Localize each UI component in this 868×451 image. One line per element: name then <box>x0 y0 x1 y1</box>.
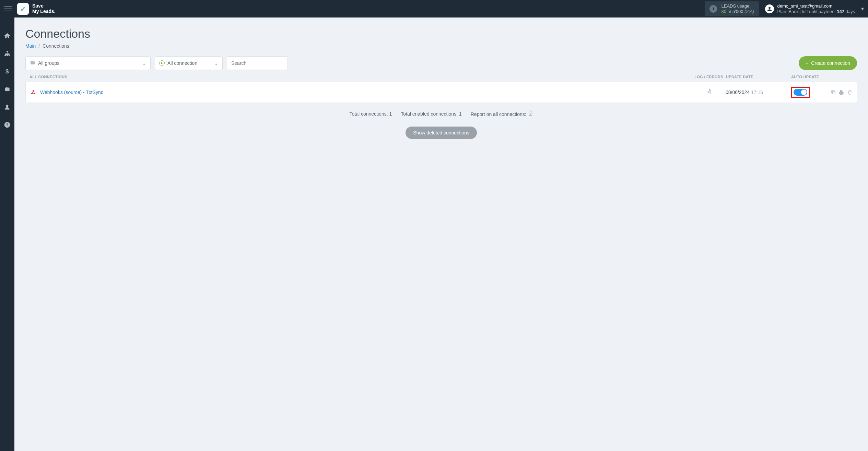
copy-icon[interactable] <box>831 90 836 95</box>
chevron-down-icon: ⌄ <box>142 60 146 66</box>
svg-point-9 <box>33 90 34 92</box>
search-input[interactable] <box>231 60 283 66</box>
home-icon[interactable] <box>3 31 12 40</box>
search-input-wrapper <box>227 56 288 70</box>
connection-status-dropdown[interactable]: All connection ⌄ <box>155 56 223 70</box>
summary-row: Total connections: 1 Total enabled conne… <box>25 110 857 117</box>
col-header-log: LOG / ERRORS <box>692 75 726 79</box>
brand-name: Save My Leads. <box>32 3 56 14</box>
svg-text:$: $ <box>5 68 9 75</box>
user-plan: Plan |Basic| left until payment 147 days <box>777 9 855 14</box>
leads-total: 5'000 <box>732 9 743 14</box>
leads-used: 80 <box>721 9 726 14</box>
svg-rect-0 <box>7 51 8 52</box>
user-email: demo_sml_test@gmail.com <box>777 3 855 9</box>
groups-dropdown[interactable]: All groups ⌄ <box>25 56 151 70</box>
webhook-icon <box>30 89 37 96</box>
enabled-connections-value: 1 <box>459 111 462 117</box>
chevron-down-icon: ⌄ <box>214 60 218 66</box>
user-avatar-icon <box>765 4 774 13</box>
svg-rect-11 <box>832 91 834 93</box>
info-icon: i <box>709 5 717 13</box>
update-date: 08/06/2024 17:16 <box>726 90 791 95</box>
sitemap-icon[interactable] <box>3 49 12 58</box>
connection-dropdown-label: All connection <box>167 60 197 66</box>
breadcrumb-current: Connections <box>43 43 69 49</box>
leads-usage-badge[interactable]: i LEADS usage: 80 of 5'000 (2%) <box>705 1 759 16</box>
svg-rect-10 <box>832 91 835 94</box>
col-header-date: UPDATE DATE <box>726 75 791 79</box>
user-icon[interactable] <box>3 103 12 111</box>
chevron-down-icon[interactable]: ▾ <box>861 5 864 12</box>
plus-icon: + <box>806 60 808 66</box>
table-header: ALL CONNECTIONS LOG / ERRORS UPDATE DATE… <box>25 75 857 82</box>
svg-rect-2 <box>7 55 8 56</box>
leads-of-word: of <box>728 9 731 14</box>
topbar: ✔ Save My Leads. i LEADS usage: 80 of 5'… <box>0 0 868 17</box>
total-connections-label: Total connections: <box>349 111 389 117</box>
col-header-name: ALL CONNECTIONS <box>30 75 692 79</box>
page-title: Connections <box>25 27 857 40</box>
leads-usage-label: LEADS usage: <box>721 3 754 9</box>
svg-rect-3 <box>9 55 10 56</box>
briefcase-icon[interactable] <box>3 85 12 94</box>
main-content: Connections Main / Connections All group… <box>14 17 868 149</box>
groups-dropdown-label: All groups <box>38 60 59 66</box>
svg-rect-1 <box>5 55 6 56</box>
total-connections-value: 1 <box>389 111 392 117</box>
folder-icon <box>30 60 35 67</box>
breadcrumb-main-link[interactable]: Main <box>25 43 36 49</box>
highlight-annotation <box>791 87 810 98</box>
gear-icon[interactable] <box>839 90 844 95</box>
dollar-icon[interactable]: $ <box>3 67 12 76</box>
play-circle-icon <box>159 60 165 66</box>
table-row: Webhooks (source) - TxtSync 08/06/2024 1… <box>25 82 857 103</box>
breadcrumb: Main / Connections <box>25 43 857 49</box>
help-icon[interactable]: ? <box>3 120 12 129</box>
log-document-icon[interactable] <box>705 88 712 96</box>
filter-row: All groups ⌄ All connection ⌄ + Create c… <box>25 56 857 70</box>
create-connection-label: Create connection <box>811 60 850 66</box>
enabled-connections-label: Total enabled connections: <box>401 111 459 117</box>
auto-update-toggle[interactable] <box>794 89 807 96</box>
brand-line1: Save <box>32 3 56 9</box>
connection-name-link[interactable]: Webhooks (source) - TxtSync <box>40 90 103 95</box>
col-header-auto: AUTO UPDATE <box>791 75 825 79</box>
trash-icon[interactable] <box>847 90 853 95</box>
user-menu[interactable]: demo_sml_test@gmail.com Plan |Basic| lef… <box>765 3 855 14</box>
breadcrumb-separator: / <box>38 43 40 49</box>
leads-percent: (2%) <box>744 9 754 14</box>
logo-icon[interactable]: ✔ <box>17 3 29 15</box>
create-connection-button[interactable]: + Create connection <box>799 56 857 70</box>
report-document-icon[interactable] <box>528 110 533 116</box>
show-deleted-button[interactable]: Show deleted connections <box>406 127 477 139</box>
left-rail: $ ? <box>0 17 14 149</box>
hamburger-menu-icon[interactable] <box>4 5 12 13</box>
report-label: Report on all connections: <box>471 111 528 117</box>
svg-text:?: ? <box>6 122 8 127</box>
brand-line2: My Leads. <box>32 9 56 14</box>
